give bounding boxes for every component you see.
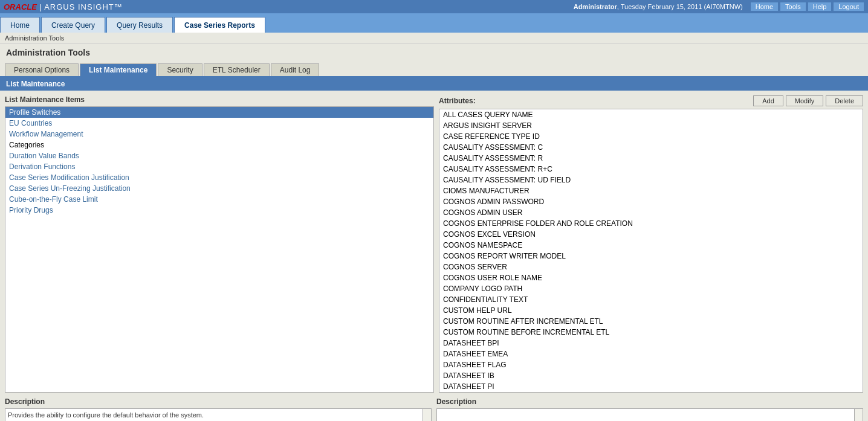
attribute-item[interactable]: COGNOS EXCEL VERSION (439, 229, 863, 240)
attribute-item[interactable]: COGNOS ENTERPRISE FOLDER AND ROLE CREATI… (439, 218, 863, 229)
list-item[interactable]: Priority Drugs (5, 205, 433, 216)
list-item[interactable]: Duration Value Bands (5, 150, 433, 161)
help-top-button[interactable]: Help (808, 2, 832, 11)
left-desc-panel: Description Provides the ability to conf… (5, 397, 432, 421)
tools-top-button[interactable]: Tools (780, 2, 806, 11)
tab-personal-options[interactable]: Personal Options (5, 63, 79, 76)
attribute-item[interactable]: COMPANY LOGO PATH (439, 283, 863, 294)
tab-create-query[interactable]: Create Query (41, 17, 105, 33)
modify-button[interactable]: Modify (786, 95, 823, 106)
home-top-button[interactable]: Home (750, 2, 779, 11)
attribute-item[interactable]: ARGUS INSIGHT SERVER (439, 120, 863, 131)
attribute-item[interactable]: ALL CASES QUERY NAME (439, 109, 863, 120)
top-nav-buttons: Home Tools Help Logout (750, 2, 864, 11)
tab-home[interactable]: Home (0, 17, 40, 33)
list-item[interactable]: Workflow Management (5, 129, 433, 140)
attribute-item[interactable]: CAUSALITY ASSESSMENT: R (439, 153, 863, 164)
attributes-box: ALL CASES QUERY NAMEARGUS INSIGHT SERVER… (439, 109, 863, 393)
attribute-item[interactable]: DATASHEET EMEA (439, 349, 863, 359)
attribute-item[interactable]: DATASHEET BPI (439, 338, 863, 349)
right-panel: Attributes: Add Modify Delete ALL CASES … (439, 95, 863, 393)
tab-list-maintenance[interactable]: List Maintenance (80, 63, 157, 76)
attributes-buttons: Add Modify Delete (753, 95, 863, 106)
right-desc-text (436, 408, 863, 421)
attribute-item[interactable]: COGNOS ADMIN PASSWORD (439, 196, 863, 207)
left-panel-header: List Maintenance Items (5, 95, 434, 104)
attribute-item[interactable]: DATASHEET PI (439, 381, 863, 392)
attribute-item[interactable]: COGNOS SERVER (439, 262, 863, 272)
attribute-item[interactable]: CUSTOM ROUTINE AFTER INCREMENTAL ETL (439, 316, 863, 327)
oracle-logo: ORACLE (4, 2, 37, 11)
right-desc-label: Description (436, 397, 863, 406)
add-button[interactable]: Add (753, 95, 783, 106)
attribute-item[interactable]: CUSTOM ROUTINE BEFORE INCREMENTAL ETL (439, 327, 863, 338)
attribute-item[interactable]: CUSTOM HELP URL (439, 305, 863, 316)
attribute-item[interactable]: CAUSALITY ASSESSMENT: R+C (439, 164, 863, 175)
delete-button[interactable]: Delete (826, 95, 863, 106)
attribute-item[interactable]: CAUSALITY ASSESSMENT: C (439, 142, 863, 153)
main-content: List Maintenance Items Profile SwitchesE… (0, 91, 868, 421)
description-panels: Description Provides the ability to conf… (5, 397, 863, 421)
attribute-item[interactable]: COGNOS USER ROLE NAME (439, 272, 863, 283)
list-item[interactable]: Profile Switches (5, 107, 433, 118)
attribute-item[interactable]: CASE REFERENCE TYPE ID (439, 131, 863, 142)
panels-container: List Maintenance Items Profile SwitchesE… (5, 95, 863, 393)
attribute-item[interactable]: COGNOS REPORT WRITER MODEL (439, 251, 863, 262)
left-desc-content: Provides the ability to configure the de… (8, 411, 204, 419)
section-header: List Maintenance (0, 77, 868, 91)
list-items-box: Profile SwitchesEU CountriesWorkflow Man… (5, 106, 434, 393)
list-item[interactable]: Case Series Un-Freezing Justification (5, 183, 433, 194)
breadcrumb: Administration Tools (0, 33, 868, 44)
list-item[interactable]: Categories (5, 140, 433, 150)
logout-top-button[interactable]: Logout (833, 2, 864, 11)
list-item[interactable]: Case Series Modification Justification (5, 172, 433, 183)
tab-case-series-reports[interactable]: Case Series Reports (174, 17, 265, 33)
left-desc-label: Description (5, 397, 432, 406)
left-desc-scrollbar[interactable] (423, 409, 431, 421)
tab-etl-scheduler[interactable]: ETL Scheduler (204, 63, 270, 76)
attribute-item[interactable]: CIOMS MANUFACTURER (439, 185, 863, 196)
right-desc-scrollbar[interactable] (854, 409, 863, 421)
main-nav: Home Create Query Query Results Case Ser… (0, 13, 868, 33)
left-desc-text: Provides the ability to configure the de… (5, 408, 432, 421)
tab-security[interactable]: Security (158, 63, 202, 76)
top-bar: ORACLE | ARGUS INSIGHT™ Administrator, T… (0, 0, 868, 13)
app-name: | ARGUS INSIGHT™ (39, 2, 123, 11)
attribute-item[interactable]: COGNOS NAMESPACE (439, 240, 863, 251)
admin-tabs: Personal Options List Maintenance Securi… (0, 61, 868, 77)
right-panel-top: Attributes: Add Modify Delete (439, 95, 863, 106)
list-item[interactable]: Derivation Functions (5, 161, 433, 172)
user-info: Administrator, Tuesday February 15, 2011… (574, 3, 743, 10)
list-item[interactable]: EU Countries (5, 118, 433, 129)
attribute-item[interactable]: CAUSALITY ASSESSMENT: UD FIELD (439, 175, 863, 185)
attribute-item[interactable]: DATASHEET FLAG (439, 359, 863, 370)
right-desc-panel: Description (436, 397, 863, 421)
right-panel-header: Attributes: (439, 97, 476, 105)
left-panel: List Maintenance Items Profile SwitchesE… (5, 95, 434, 393)
tab-audit-log[interactable]: Audit Log (271, 63, 320, 76)
page-title: Administration Tools (0, 44, 868, 61)
list-item[interactable]: Cube-on-the-Fly Case Limit (5, 194, 433, 205)
logo-area: ORACLE | ARGUS INSIGHT™ (4, 2, 123, 11)
attribute-item[interactable]: DATASHEET IB (439, 370, 863, 381)
tab-query-results[interactable]: Query Results (106, 17, 173, 33)
attribute-item[interactable]: CONFIDENTIALITY TEXT (439, 294, 863, 305)
attribute-item[interactable]: COGNOS ADMIN USER (439, 207, 863, 218)
